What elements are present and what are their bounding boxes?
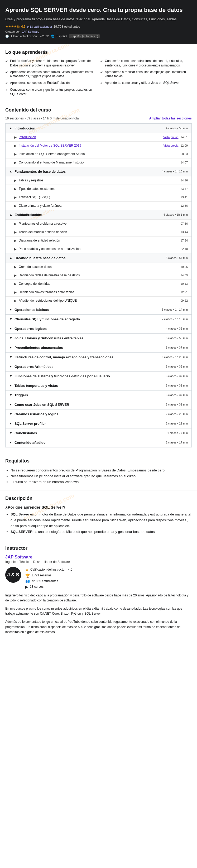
acc-meta-profiler: 2 clases • 21 min xyxy=(166,422,188,425)
instructor-courses-row: ▶ 13 cursos xyxy=(25,584,72,590)
chevron-down-icon: ▼ xyxy=(9,431,12,435)
requirements-section: Requisitos No se requieren conocimientos… xyxy=(0,453,197,490)
play-icon: ▶ xyxy=(14,290,17,294)
acc-header-procedimientos[interactable]: ▼ Procedimientos almacenados 3 clases • … xyxy=(5,343,192,352)
duration-fund-3: 23:41 xyxy=(180,196,188,199)
lesson-row-fund-3: ▶ Transact SQL (T-SQL) 23:41 xyxy=(5,193,192,202)
acc-title-joins: Joins ,Unions y Subconsultas entre tabla… xyxy=(14,336,84,340)
duration-cre-3: 10:13 xyxy=(180,282,188,285)
requirements-title: Requisitos xyxy=(5,458,192,464)
duration-ent-2: 13:44 xyxy=(180,230,188,234)
lesson-title-intro-1[interactable]: Introducción xyxy=(19,135,163,139)
duration-intro-4: 14:07 xyxy=(180,161,188,164)
desc-bullet-list: SQL Server es un motor de Base de Datos … xyxy=(5,512,192,535)
rating-count: (413 calificaciones) xyxy=(27,25,52,28)
acc-header-estructuras[interactable]: ▼ Estructuras de control, manejo excepci… xyxy=(5,352,192,362)
play-icon: ▶ xyxy=(14,187,17,191)
play-icon-intro-2: ▶ xyxy=(14,144,17,148)
preview-link-intro-2[interactable]: Vista previa xyxy=(163,144,178,147)
lesson-title-fund-3: Transact SQL (T-SQL) xyxy=(19,195,180,199)
learn-title: Lo que aprenderás xyxy=(5,50,192,55)
instructor-reviews-row: 🏆 1.721 reseñas xyxy=(25,573,72,579)
acc-section-intro: ▲ Introducción 4 clases • 50 min ▶ Intro… xyxy=(5,123,192,167)
accordion: ▲ Introducción 4 clases • 50 min ▶ Intro… xyxy=(5,123,192,447)
instructor-title: Instructor xyxy=(5,546,192,551)
acc-header-intro[interactable]: ▲ Introducción 4 clases • 50 min xyxy=(5,124,192,133)
play-icon: ▶ xyxy=(14,195,17,199)
acc-section-fundamentos: ▲ Fundamentos de base de datos 4 clases … xyxy=(5,167,192,210)
created-by-label: Creado por xyxy=(5,30,20,33)
instructor-bio-1: Ingeniero técnico dedicado a la programa… xyxy=(5,593,192,603)
acc-meta-contenido-aniadido: 2 clases • 17 min xyxy=(166,441,188,444)
acc-header-intro-left: ▲ Introducción xyxy=(9,126,35,130)
instructor-students-row: 👥 72.865 estudiantes xyxy=(25,579,72,584)
acc-section-joins: ▼ Joins ,Unions y Subconsultas entre tab… xyxy=(5,334,192,343)
acc-header-func-sistema[interactable]: ▼ Funciones de sistema y funciones defin… xyxy=(5,372,192,381)
chevron-down-icon: ▼ xyxy=(9,422,12,425)
preview-link-intro-1[interactable]: Vista previa xyxy=(163,135,178,139)
star-rating: ★★★★½ xyxy=(5,25,20,29)
learn-text-5: Conocerás como usar estructuras de contr… xyxy=(105,59,192,68)
acc-header-jobs[interactable]: ▼ Como usar Jobs en SQL SERVER 3 clases … xyxy=(5,400,192,409)
acc-header-operaciones[interactable]: ▼ Operaciones básicas 5 clases • 1h 14 m… xyxy=(5,305,192,314)
lesson-row-intro-1: ▶ Introducción Vista previa 14:31 xyxy=(5,133,192,141)
acc-section-contenido-aniadido: ▼ Contenido añadido 2 clases • 17 min xyxy=(5,438,192,447)
acc-header-op-logicos[interactable]: ▼ Operadores lógicos 4 clases • 36 min xyxy=(5,324,192,333)
page-root: Aprende SQL SERVER desde cero. Crea tu p… xyxy=(0,0,197,640)
course-content-section: cursosenoferta.com Contenido del curso 1… xyxy=(0,102,197,453)
instructor-students: 72.865 estudiantes xyxy=(31,579,58,584)
duration-intro-1: 14:31 xyxy=(180,135,188,139)
globe-icon: 🌐 xyxy=(51,35,55,38)
desc-bold-1: SQL Server xyxy=(10,512,29,516)
chevron-down-icon: ▼ xyxy=(9,412,12,416)
instructor-rating-value: 4,5 xyxy=(68,567,72,573)
created-by-row: Creado por JAP Software xyxy=(5,30,192,33)
lesson-row-fund-2: ▶ Tipos de datos existentes 23:47 xyxy=(5,185,192,193)
req-item-3: El curso se realizará en un entorno Wind… xyxy=(10,479,192,485)
acc-header-usuarios[interactable]: ▼ Creamos usuarios y logins 2 clases • 2… xyxy=(5,409,192,419)
learn-item-6: ✔ Aprenderás a realizar consultas comple… xyxy=(100,70,192,79)
lesson-title-intro-2[interactable]: Instalación del Motor de SQL SERVER 2019 xyxy=(19,144,163,147)
learn-item-7: ✔ Aprenderás como crear y utilizar Jobs … xyxy=(100,81,192,86)
acc-title-usuarios: Creamos usuarios y logins xyxy=(14,412,58,416)
acc-header-clausulas[interactable]: ▼ Cláusulas SQL y funciones de agregado … xyxy=(5,315,192,324)
learn-item-5: ✔ Conocerás como usar estructuras de con… xyxy=(100,59,192,68)
acc-meta-estructuras: 6 clases • 1h 26 min xyxy=(162,355,188,359)
acc-header-profiler[interactable]: ▼ SQL Server profiler 2 clases • 21 min xyxy=(5,419,192,428)
play-icon: ▶ xyxy=(14,204,17,208)
lesson-row-cre-1: ▶ Creando base de datos 10:05 xyxy=(5,262,192,271)
play-icon: ▶ xyxy=(14,179,17,182)
acc-meta-func-sistema: 3 clases • 37 min xyxy=(166,374,188,378)
acc-header-conclusiones[interactable]: ▼ Conclusiones 1 clases • 7 min xyxy=(5,429,192,438)
instructor-role: Ingeniero Técnico - Desarrollador de Sof… xyxy=(5,560,192,564)
play-icon-intro-3: ▶ xyxy=(14,152,17,156)
acc-meta-intro: 4 clases • 50 min xyxy=(166,127,188,130)
student-count: 19,708 estudiantes xyxy=(54,25,80,29)
chevron-up-icon-fund: ▲ xyxy=(9,169,12,173)
acc-meta-triggers: 3 clases • 37 min xyxy=(166,393,188,397)
lesson-row-cre-5: ▶ Añadiendo restricciones del tipo UNIQU… xyxy=(5,297,192,305)
acc-meta-creando: 5 clases • 57 min xyxy=(166,256,188,259)
clock-icon: 🕐 xyxy=(5,35,9,38)
acc-header-contenido-aniadido[interactable]: ▼ Contenido añadido 2 clases • 17 min xyxy=(5,438,192,447)
acc-header-op-arit[interactable]: ▼ Operadores Aritméticos 3 clases • 35 m… xyxy=(5,362,192,371)
learn-text-3: Aprenderás conceptos de Entidad/relación xyxy=(10,81,70,85)
acc-header-creando[interactable]: ▲ Creando nuestra base de datos 5 clases… xyxy=(5,253,192,262)
author-link[interactable]: JAP Software xyxy=(22,30,39,33)
acc-header-fundamentos-left: ▲ Fundamentos de base de datos xyxy=(9,169,66,174)
lesson-title-cre-5: Añadiendo restricciones del tipo UNIQUE xyxy=(19,299,180,303)
lesson-title-intro-4: Conociendo el entorno de Management stud… xyxy=(19,161,180,164)
acc-header-tablas-temp[interactable]: ▼ Tablas temporales y vistas 3 clases • … xyxy=(5,381,192,390)
acc-section-procedimientos: ▼ Procedimientos almacenados 3 clases • … xyxy=(5,343,192,352)
chevron-down-icon: ▼ xyxy=(9,403,12,406)
lesson-title-fund-1: Tablas y registros xyxy=(19,179,180,182)
acc-header-joins[interactable]: ▼ Joins ,Unions y Subconsultas entre tab… xyxy=(5,334,192,343)
instructor-name-link[interactable]: JAP Software xyxy=(5,555,192,559)
lesson-title-fund-2: Tipos de datos existentes xyxy=(19,187,180,191)
acc-header-triggers[interactable]: ▼ Triggers 3 clases • 37 min xyxy=(5,391,192,400)
acc-header-fundamentos[interactable]: ▲ Fundamentos de base de datos 4 clases … xyxy=(5,167,192,176)
learn-item-4: ✔ Conocerás como crear y gestionar tus p… xyxy=(5,88,97,96)
acc-header-entidad-left: ▲ Entidad/relación: xyxy=(9,213,42,217)
acc-header-entidad[interactable]: cursosenoferta.com ▲ Entidad/relación: 4… xyxy=(5,210,192,219)
expand-all-link[interactable]: Ampliar todas las secciones xyxy=(149,117,192,120)
